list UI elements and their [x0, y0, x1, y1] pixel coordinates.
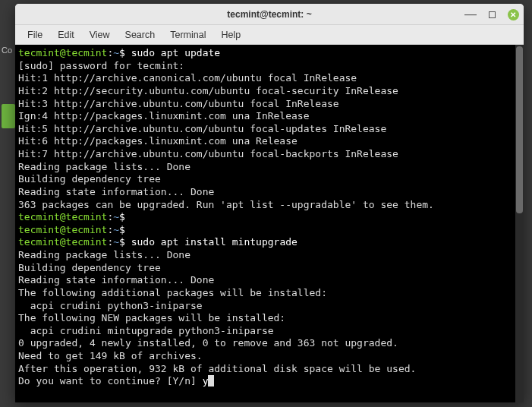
- output-line: Reading package lists... Done: [18, 161, 521, 174]
- titlebar[interactable]: tecmint@tecmint: ~ — ✕: [15, 4, 524, 25]
- menu-help[interactable]: Help: [213, 27, 248, 43]
- prompt-path: ~: [113, 224, 119, 235]
- output-line: Hit:5 http://archive.ubuntu.com/ubuntu f…: [18, 123, 521, 136]
- minimize-button[interactable]: —: [464, 8, 477, 21]
- menubar: File Edit View Search Terminal Help: [15, 25, 524, 45]
- output-line: Ign:4 http://packages.linuxmint.com una …: [18, 110, 521, 123]
- menu-terminal[interactable]: Terminal: [162, 27, 213, 43]
- prompt-symbol: $: [119, 211, 125, 222]
- maximize-icon: [489, 11, 496, 18]
- output-line: Reading state information... Done: [18, 274, 521, 287]
- terminal-window: tecmint@tecmint: ~ — ✕ File Edit View Se…: [15, 4, 524, 402]
- prompt-symbol: $: [119, 236, 125, 248]
- command-2: [125, 236, 131, 248]
- cursor: [208, 375, 214, 386]
- menu-search[interactable]: Search: [118, 27, 163, 43]
- output-line: [sudo] password for tecmint:: [18, 60, 521, 73]
- output-line: Hit:3 http://archive.ubuntu.com/ubuntu f…: [18, 98, 521, 111]
- output-line: Do you want to continue? [Y/n]: [18, 375, 203, 386]
- close-icon: ✕: [508, 9, 519, 21]
- prompt-userhost: tecmint@tecmint: [18, 211, 107, 222]
- output-line: acpi crudini mintupgrade python3-inipars…: [18, 325, 521, 338]
- prompt-userhost: tecmint@tecmint: [18, 47, 107, 58]
- output-line: Building dependency tree: [18, 262, 521, 275]
- output-line: After this operation, 932 kB of addition…: [18, 363, 521, 376]
- desktop-partial-label: Co: [2, 46, 12, 55]
- prompt-path: ~: [113, 211, 119, 222]
- terminal-output[interactable]: tecmint@tecmint:~$ sudo apt update[sudo]…: [15, 45, 524, 402]
- window-controls: — ✕: [464, 4, 519, 25]
- output-line: Reading state information... Done: [18, 186, 521, 199]
- command-text-2: sudo apt install mintupgrade: [131, 236, 297, 248]
- menu-view[interactable]: View: [82, 27, 118, 43]
- output-line: The following NEW packages will be insta…: [18, 312, 521, 325]
- output-line: Hit:2 http://security.ubuntu.com/ubuntu …: [18, 85, 521, 98]
- menu-file[interactable]: File: [20, 27, 50, 43]
- scrollbar-thumb[interactable]: [516, 46, 523, 213]
- output-line: acpi crudini python3-iniparse: [18, 300, 521, 313]
- user-input-y: y: [203, 375, 209, 386]
- prompt-symbol: $: [119, 224, 125, 235]
- prompt-userhost: tecmint@tecmint: [18, 236, 107, 248]
- command-1: [125, 47, 131, 58]
- output-line: 363 packages can be upgraded. Run 'apt l…: [18, 199, 521, 212]
- maximize-button[interactable]: [486, 8, 498, 21]
- close-button[interactable]: ✕: [507, 8, 519, 21]
- prompt-path: ~: [113, 236, 119, 248]
- output-line: Hit:6 http://packages.linuxmint.com una …: [18, 135, 521, 148]
- minimize-icon: —: [464, 13, 477, 16]
- prompt-userhost: tecmint@tecmint: [18, 224, 107, 235]
- prompt-path: ~: [113, 47, 119, 58]
- output-line: Hit:7 http://archive.ubuntu.com/ubuntu f…: [18, 148, 521, 161]
- window-title: tecmint@tecmint: ~: [227, 9, 311, 20]
- menu-edit[interactable]: Edit: [50, 27, 82, 43]
- prompt-symbol: $: [119, 47, 125, 58]
- command-text-1: sudo apt update: [131, 47, 220, 58]
- desktop-folder-icon: [2, 104, 15, 128]
- output-line: Need to get 149 kB of archives.: [18, 350, 521, 363]
- output-line: Hit:1 http://archive.canonical.com/ubunt…: [18, 72, 521, 85]
- output-line: Building dependency tree: [18, 173, 521, 186]
- output-line: 0 upgraded, 4 newly installed, 0 to remo…: [18, 337, 521, 350]
- output-line: The following additional packages will b…: [18, 287, 521, 300]
- output-line: Reading package lists... Done: [18, 249, 521, 262]
